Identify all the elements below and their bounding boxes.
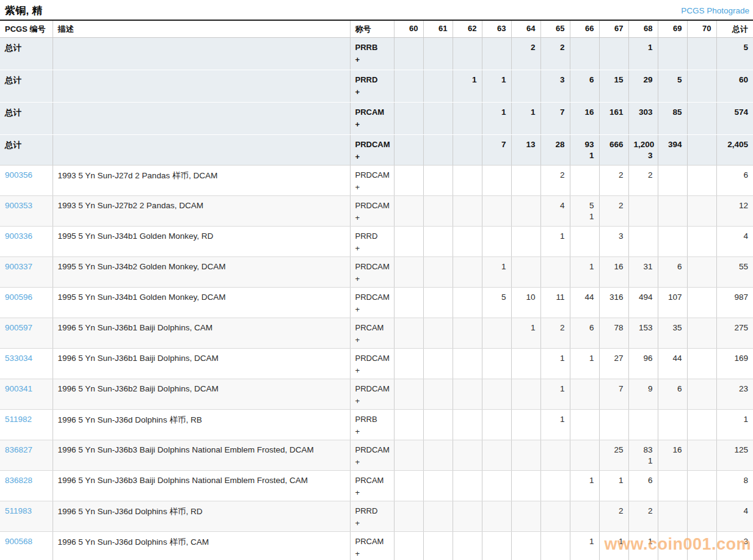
grade-cell-62: 1 [453,70,482,103]
designation-cell: PRDCAM+ [350,165,394,196]
table-row: 8368271996 5 Yn Sun-J36b3 Baiji Dolphins… [0,440,753,471]
table-row: 9005961995 5 Yn Sun-J34b1 Golden Monkey,… [0,288,753,318]
grade-cell-65: 2 [540,318,570,349]
grade-cell-62 [453,103,482,135]
grade-cell-68: 2 [628,501,658,532]
grade-cell-69: 85 [658,103,687,135]
col-header-67: 67 [599,20,628,38]
grade-cell-70 [687,135,716,165]
grade-cell-70 [687,288,716,318]
grade-cell-63 [482,196,511,227]
total-cell: 5 [716,38,753,70]
pcgs-number-cell: 总计 [0,135,53,165]
grade-cell-63 [482,532,511,560]
grade-cell-62 [453,471,482,501]
grade-cell-60 [394,532,423,560]
grade-cell-64: 13 [511,135,540,165]
table-row: 9003361995 5 Yn Sun-J34b1 Golden Monkey,… [0,227,753,257]
grade-cell-66 [570,38,599,70]
total-cell: 55 [716,257,753,288]
grade-cell-69: 44 [658,349,687,379]
pcgs-number-link[interactable]: 836827 [5,445,32,454]
col-header-description: 描述 [53,20,350,38]
grade-cell-61 [423,471,453,501]
pcgs-number-link[interactable]: 511983 [5,506,32,515]
total-cell: 60 [716,70,753,103]
grade-cell-68: 96 [628,349,658,379]
grade-cell-62 [453,257,482,288]
grade-cell-62 [453,38,482,70]
total-cell: 3 [716,532,753,560]
designation-cell: PRDCAM+ [350,288,394,318]
grade-cell-63 [482,38,511,70]
grade-cell-61 [423,501,453,532]
grade-cell-67: 2 [599,165,628,196]
grade-cell-66: 6 [570,318,599,349]
designation-cell: PRDCAM+ [350,196,394,227]
pcgs-number-link[interactable]: 900597 [5,323,32,332]
pcgs-number-link[interactable]: 533034 [5,354,32,363]
grade-cell-60 [394,38,423,70]
grade-cell-63 [482,410,511,440]
grade-cell-66: 16 [570,103,599,135]
col-header-designation: 称号 [350,20,394,38]
total-row: 总计PRRB+2215 [0,38,753,70]
designation-cell: PRCAM+ [350,318,394,349]
grade-cell-65: 2 [540,165,570,196]
grade-cell-62 [453,349,482,379]
grade-cell-66: 44 [570,288,599,318]
grade-cell-70 [687,257,716,288]
pcgs-number-link[interactable]: 900596 [5,293,32,302]
pcgs-number-cell: 总计 [0,103,53,135]
table-header-row: PCGS 编号描述称号6061626364656667686970总计 [0,20,753,38]
grade-cell-67: 316 [599,288,628,318]
grade-cell-69 [658,38,687,70]
pcgs-number-link[interactable]: 511982 [5,415,32,424]
pcgs-number-cell: 836828 [0,471,53,501]
pcgs-number-link[interactable]: 900337 [5,262,32,271]
pcgs-number-link[interactable]: 900353 [5,201,32,210]
grade-cell-65 [540,501,570,532]
grade-cell-69 [658,410,687,440]
grade-cell-60 [394,349,423,379]
grade-cell-65: 1 [540,227,570,257]
total-cell: 6 [716,165,753,196]
pcgs-number-cell: 900341 [0,379,53,410]
designation-cell: PRRB+ [350,38,394,70]
col-header-64: 64 [511,20,540,38]
pcgs-number-cell: 900568 [0,532,53,560]
total-cell: 8 [716,471,753,501]
pcgs-number-cell: 900336 [0,227,53,257]
col-header-69: 69 [658,20,687,38]
grade-cell-61 [423,103,453,135]
pcgs-number-link[interactable]: 836828 [5,476,32,485]
grade-cell-68 [628,196,658,227]
designation-cell: PRCAM+ [350,103,394,135]
grade-cell-65 [540,471,570,501]
grade-cell-70 [687,379,716,410]
col-header-62: 62 [453,20,482,38]
grade-cell-64 [511,70,540,103]
pcgs-number-link[interactable]: 900568 [5,537,32,546]
grade-cell-60 [394,196,423,227]
col-header-60: 60 [394,20,423,38]
total-cell: 987 [716,288,753,318]
table-row: 5119831996 5 Yn Sun-J36d Dolphins 样币, RD… [0,501,753,532]
description-cell: 1996 5 Yn Sun-J36b1 Baiji Dolphins, CAM [53,318,350,349]
grade-cell-65: 11 [540,288,570,318]
total-row: 总计PRDCAM+713289316661,20033942,405 [0,135,753,165]
grade-cell-67: 27 [599,349,628,379]
pcgs-number-link[interactable]: 900336 [5,231,32,241]
grade-cell-60 [394,288,423,318]
grade-cell-68: 153 [628,318,658,349]
grade-cell-65: 28 [540,135,570,165]
designation-cell: PRCAM+ [350,532,394,560]
grade-cell-63: 1 [482,70,511,103]
pcgs-number-link[interactable]: 900356 [5,170,32,180]
photograde-link[interactable]: PCGS Photograde [681,6,749,15]
pcgs-number-link[interactable]: 900341 [5,384,32,393]
grade-cell-69 [658,196,687,227]
grade-cell-68: 1 [628,38,658,70]
grade-cell-60 [394,103,423,135]
col-header-66: 66 [570,20,599,38]
